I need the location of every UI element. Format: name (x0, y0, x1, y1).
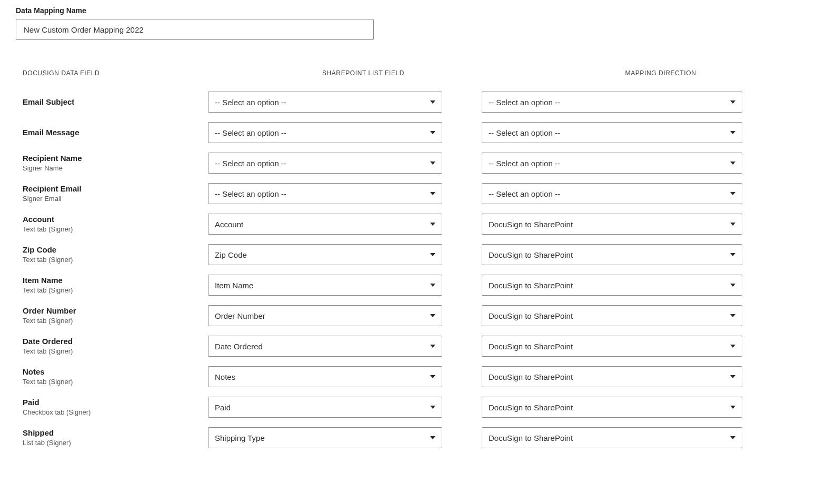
chevron-down-icon (730, 436, 735, 439)
field-labels: Date OrderedText tab (Signer) (16, 336, 208, 357)
field-name: Date Ordered (23, 336, 208, 347)
field-name: Zip Code (23, 245, 208, 255)
mapping-row: Order NumberText tab (Signer)Order Numbe… (16, 302, 748, 329)
chevron-down-icon (430, 253, 435, 256)
sharepoint-field-select[interactable]: Shipping Type (208, 427, 442, 448)
field-subtype: Signer Email (23, 194, 208, 204)
select-value: DocuSign to SharePoint (489, 250, 573, 259)
mapping-direction-select[interactable]: -- Select an option -- (482, 153, 742, 174)
select-value: DocuSign to SharePoint (489, 281, 573, 290)
chevron-down-icon (730, 375, 735, 378)
field-name: Recipient Name (23, 153, 208, 164)
select-value: DocuSign to SharePoint (489, 220, 573, 229)
chevron-down-icon (730, 406, 735, 409)
field-name: Email Message (23, 127, 208, 138)
select-value: -- Select an option -- (489, 189, 560, 198)
chevron-down-icon (430, 406, 435, 409)
sharepoint-field-select[interactable]: -- Select an option -- (208, 92, 442, 113)
mapping-direction-select[interactable]: DocuSign to SharePoint (482, 305, 742, 326)
field-labels: Recipient NameSigner Name (16, 153, 208, 174)
chevron-down-icon (730, 314, 735, 317)
sharepoint-field-select[interactable]: Notes (208, 366, 442, 387)
select-value: Account (215, 220, 243, 229)
mapping-row: Date OrderedText tab (Signer)Date Ordere… (16, 332, 748, 360)
chevron-down-icon (730, 131, 735, 134)
mapping-direction-select[interactable]: DocuSign to SharePoint (482, 214, 742, 235)
column-headers: DOCUSIGN DATA FIELD SHAREPOINT LIST FIEL… (16, 69, 748, 77)
mapping-row: PaidCheckbox tab (Signer)PaidDocuSign to… (16, 394, 748, 421)
select-value: DocuSign to SharePoint (489, 311, 573, 320)
mapping-direction-select[interactable]: DocuSign to SharePoint (482, 336, 742, 357)
chevron-down-icon (430, 284, 435, 287)
sharepoint-field-select[interactable]: -- Select an option -- (208, 153, 442, 174)
chevron-down-icon (430, 223, 435, 226)
mapping-direction-select[interactable]: -- Select an option -- (482, 122, 742, 143)
chevron-down-icon (430, 162, 435, 165)
chevron-down-icon (730, 223, 735, 226)
header-direction: MAPPING DIRECTION (461, 69, 745, 77)
mapping-name-input[interactable] (16, 19, 374, 40)
field-name: Recipient Email (23, 184, 208, 194)
chevron-down-icon (730, 100, 735, 104)
chevron-down-icon (730, 345, 735, 348)
field-subtype: Text tab (Signer) (23, 316, 208, 326)
chevron-down-icon (430, 192, 435, 195)
sharepoint-field-select[interactable]: Zip Code (208, 244, 442, 265)
mapping-row: Email Subject-- Select an option ---- Se… (16, 88, 748, 116)
mapping-row: Recipient NameSigner Name-- Select an op… (16, 149, 748, 177)
sharepoint-field-select[interactable]: Account (208, 214, 442, 235)
field-labels: AccountText tab (Signer) (16, 214, 208, 235)
sharepoint-field-select[interactable]: Order Number (208, 305, 442, 326)
select-value: Zip Code (215, 250, 247, 259)
field-labels: Recipient EmailSigner Email (16, 184, 208, 204)
select-value: Item Name (215, 281, 253, 290)
mapping-row: AccountText tab (Signer)AccountDocuSign … (16, 210, 748, 238)
select-value: Date Ordered (215, 342, 263, 351)
sharepoint-field-select[interactable]: Paid (208, 397, 442, 418)
field-labels: Zip CodeText tab (Signer) (16, 245, 208, 265)
select-value: -- Select an option -- (489, 128, 560, 137)
mapping-direction-select[interactable]: -- Select an option -- (482, 183, 742, 204)
sharepoint-field-select[interactable]: Date Ordered (208, 336, 442, 357)
chevron-down-icon (430, 436, 435, 439)
header-docusign: DOCUSIGN DATA FIELD (16, 69, 208, 77)
field-labels: Email Subject (16, 97, 208, 107)
mapping-row: Zip CodeText tab (Signer)Zip CodeDocuSig… (16, 241, 748, 268)
field-labels: Item NameText tab (Signer) (16, 275, 208, 296)
select-value: Notes (215, 372, 235, 381)
sharepoint-field-select[interactable]: Item Name (208, 275, 442, 296)
chevron-down-icon (430, 314, 435, 317)
select-value: -- Select an option -- (215, 128, 286, 137)
field-labels: NotesText tab (Signer) (16, 367, 208, 387)
select-value: Shipping Type (215, 434, 265, 442)
select-value: DocuSign to SharePoint (489, 403, 573, 412)
field-labels: PaidCheckbox tab (Signer) (16, 397, 208, 418)
select-value: -- Select an option -- (215, 159, 286, 168)
field-name: Email Subject (23, 97, 208, 107)
field-labels: Order NumberText tab (Signer) (16, 306, 208, 326)
field-name: Order Number (23, 306, 208, 316)
mapping-direction-select[interactable]: DocuSign to SharePoint (482, 427, 742, 448)
sharepoint-field-select[interactable]: -- Select an option -- (208, 122, 442, 143)
field-subtype: Text tab (Signer) (23, 225, 208, 234)
field-subtype: Signer Name (23, 164, 208, 173)
field-name: Paid (23, 397, 208, 408)
field-subtype: Text tab (Signer) (23, 347, 208, 356)
chevron-down-icon (730, 192, 735, 195)
mapping-direction-select[interactable]: DocuSign to SharePoint (482, 275, 742, 296)
mapping-direction-select[interactable]: -- Select an option -- (482, 92, 742, 113)
field-subtype: Text tab (Signer) (23, 377, 208, 387)
mapping-direction-select[interactable]: DocuSign to SharePoint (482, 366, 742, 387)
select-value: DocuSign to SharePoint (489, 342, 573, 351)
mapping-direction-select[interactable]: DocuSign to SharePoint (482, 397, 742, 418)
mapping-direction-select[interactable]: DocuSign to SharePoint (482, 244, 742, 265)
field-name: Account (23, 214, 208, 225)
mapping-row: NotesText tab (Signer)NotesDocuSign to S… (16, 363, 748, 390)
sharepoint-field-select[interactable]: -- Select an option -- (208, 183, 442, 204)
select-value: -- Select an option -- (489, 98, 560, 107)
field-labels: Email Message (16, 127, 208, 138)
select-value: Paid (215, 403, 231, 412)
mapping-row: ShippedList tab (Signer)Shipping TypeDoc… (16, 424, 748, 451)
mapping-name-label: Data Mapping Name (16, 6, 810, 15)
field-subtype: Text tab (Signer) (23, 255, 208, 265)
